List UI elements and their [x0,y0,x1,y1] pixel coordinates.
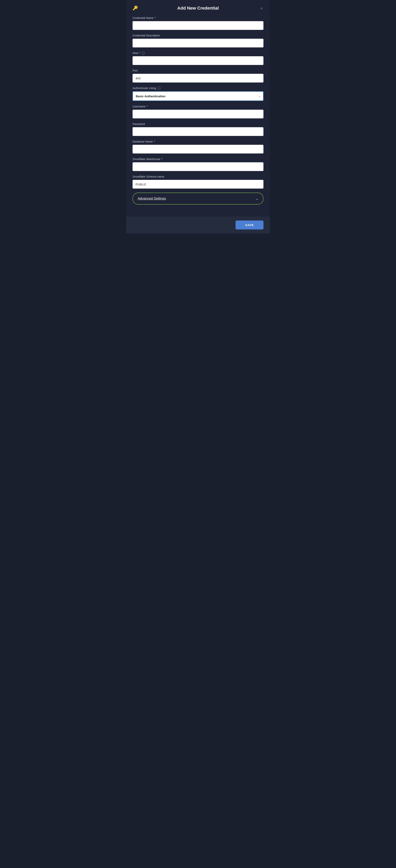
snowflake-schema-label: Snowflake Schema name [133,175,263,178]
database-name-group: Database Name * [133,140,263,154]
username-label: Username * [133,105,263,108]
save-button[interactable]: SAVE [235,220,263,229]
credential-name-input[interactable] [133,21,263,30]
host-label: Host * i [133,52,263,55]
host-required-star: * [140,52,141,55]
credential-name-label: Credential Name * [133,17,263,20]
password-label: Password [133,122,263,126]
snowflake-schema-group: Snowflake Schema name [133,175,263,189]
database-name-input[interactable] [133,145,263,154]
authenticate-info-icon[interactable]: i [157,87,161,90]
modal-header: 🔑 Add New Credential × [133,6,263,11]
snowflake-schema-input[interactable] [133,180,263,189]
host-info-icon[interactable]: i [142,52,145,55]
port-group: Port [133,69,263,83]
host-group: Host * i [133,52,263,65]
credential-description-label: Credential Description [133,34,263,37]
snowflake-warehouse-group: Snowflake Warehouse * [133,157,263,171]
authenticate-select-wrapper: Basic Authentication Key Pair OAuth ⌄ [133,91,263,101]
username-required-star: * [147,105,148,108]
advanced-settings-button[interactable]: Advanced Settings ⌄ [133,193,263,205]
credential-name-group: Credential Name * [133,17,263,30]
required-star: * [155,17,156,20]
snowflake-warehouse-label: Snowflake Warehouse * [133,157,263,161]
modal-overlay: 🔑 Add New Credential × Credential Name *… [126,0,270,868]
authenticate-label: Authenticate Using i [133,87,263,90]
snowflake-warehouse-input[interactable] [133,162,263,171]
chevron-down-icon: ⌄ [256,197,258,200]
close-button[interactable]: × [259,6,263,11]
credential-description-input[interactable] [133,39,263,48]
password-input[interactable] [133,127,263,136]
authenticate-group: Authenticate Using i Basic Authenticatio… [133,87,263,101]
password-group: Password [133,122,263,136]
username-group: Username * [133,105,263,118]
warehouse-required-star: * [162,157,163,161]
advanced-settings-label: Advanced Settings [138,196,166,200]
database-required-star: * [154,140,155,143]
username-input[interactable] [133,110,263,118]
database-name-label: Database Name * [133,140,263,143]
authenticate-select[interactable]: Basic Authentication Key Pair OAuth [133,91,263,101]
modal-title: Add New Credential [177,6,219,11]
footer-bar: SAVE [126,217,270,234]
host-input[interactable] [133,56,263,65]
credential-description-group: Credential Description [133,34,263,48]
port-input[interactable] [133,74,263,83]
key-icon: 🔑 [133,6,138,11]
port-label: Port [133,69,263,72]
modal-container: 🔑 Add New Credential × Credential Name *… [126,0,270,217]
